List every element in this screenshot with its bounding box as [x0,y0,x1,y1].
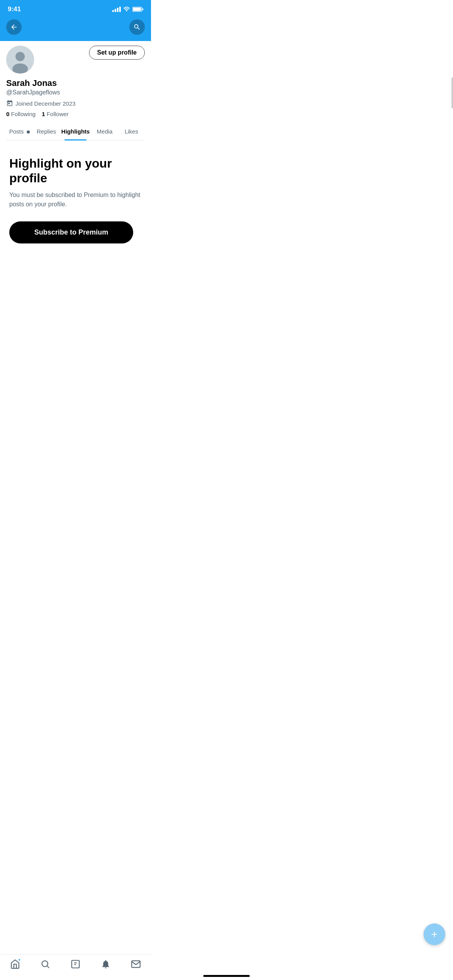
following-stat: 0 Following [6,111,36,117]
tab-likes-label: Likes [125,128,138,135]
highlight-title: Highlight on your profile [9,156,142,186]
header [0,16,151,41]
subscribe-premium-button[interactable]: Subscribe to Premium [9,221,133,243]
tab-media[interactable]: Media [91,123,118,140]
wifi-icon [123,7,130,12]
status-icons [112,7,143,12]
highlight-description: You must be subscribed to Premium to hig… [9,190,142,209]
profile-top: Set up profile [6,46,145,74]
tab-replies-label: Replies [37,128,56,135]
tab-highlights[interactable]: Highlights [60,123,91,140]
follower-count: 1 [42,111,45,117]
tab-posts[interactable]: Posts [6,123,33,140]
setup-profile-button[interactable]: Set up profile [89,46,145,60]
profile-joined: Joined December 2023 [6,100,145,107]
status-bar: 9:41 [0,0,151,16]
tab-replies[interactable]: Replies [33,123,60,140]
profile-tabs: Posts Replies Highlights Media Likes [6,123,145,140]
following-count: 0 [6,111,9,117]
tab-likes[interactable]: Likes [118,123,145,140]
tab-highlights-label: Highlights [61,128,89,135]
battery-icon [132,7,143,12]
profile-section: Set up profile Sarah Jonas @SarahJpagefl… [0,41,151,140]
profile-name: Sarah Jonas [6,78,145,88]
back-button[interactable] [6,19,22,35]
profile-handle: @SarahJpageflows [6,89,145,96]
highlights-content: Highlight on your profile You must be su… [0,140,151,295]
avatar [6,46,34,74]
posts-dot [27,130,30,134]
follower-label: Follower [46,111,69,117]
search-button[interactable] [129,19,145,35]
follower-stat: 1 Follower [42,111,69,117]
tab-media-label: Media [97,128,113,135]
tab-posts-label: Posts [9,128,24,135]
svg-rect-2 [142,9,143,10]
svg-rect-1 [133,8,141,11]
calendar-icon [6,100,13,107]
status-time: 9:41 [8,5,21,13]
signal-icon [112,7,121,12]
profile-stats: 0 Following 1 Follower [6,111,145,117]
following-label: Following [11,111,36,117]
joined-text: Joined December 2023 [15,100,76,107]
svg-point-4 [15,52,25,61]
